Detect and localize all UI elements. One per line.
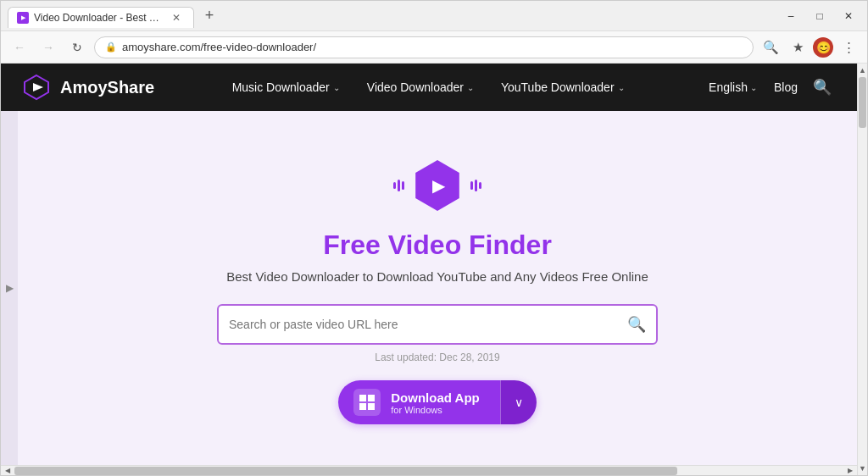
page-body: ▶ [1, 111, 857, 465]
scroll-thumb[interactable] [14, 467, 677, 475]
download-label: Download App [391, 390, 479, 405]
url-text: amoyshare.com/free-video-downloader/ [122, 41, 743, 53]
download-text: Download App for Windows [391, 390, 479, 415]
svg-rect-2 [359, 395, 366, 401]
address-icons: 🔍 ★ ⋮ [759, 36, 860, 59]
nav-music-downloader[interactable]: Music Downloader ⌄ [222, 74, 350, 101]
logo-icon [21, 72, 52, 102]
svg-marker-1 [33, 83, 43, 91]
scroll-thumb-vertical[interactable] [859, 77, 866, 128]
scroll-left-button[interactable]: ◀ [1, 466, 14, 476]
vertical-scrollbar[interactable]: ▲ ▼ [857, 64, 867, 475]
bar4 [470, 181, 473, 190]
hexagon-icon [403, 152, 471, 219]
browser-frame: Video Downloader - Best YouTub... ✕ + – … [0, 0, 868, 476]
tab-title: Video Downloader - Best YouTub... [34, 12, 164, 24]
bar2 [398, 180, 400, 191]
sound-bars-left [393, 180, 404, 191]
hero-section: Free Video Finder Best Video Downloader … [18, 111, 857, 465]
profile-avatar[interactable] [813, 37, 833, 58]
minimize-button[interactable]: – [779, 8, 803, 25]
site-logo[interactable]: AmoyShare [21, 72, 154, 102]
close-window-button[interactable]: ✕ [837, 8, 860, 25]
bookmark-button[interactable]: ★ [786, 36, 810, 59]
address-bar: ← → ↻ 🔒 amoyshare.com/free-video-downloa… [1, 31, 867, 64]
language-selector[interactable]: English ⌄ [702, 75, 764, 99]
chevron-down-icon: ⌄ [467, 83, 474, 92]
scroll-right-button[interactable]: ▶ [843, 466, 857, 476]
chevron-down-icon: ⌄ [618, 83, 625, 92]
nav-search-button[interactable]: 🔍 [808, 73, 837, 102]
play-hexagon [412, 160, 463, 211]
nav-right: English ⌄ Blog 🔍 [702, 73, 837, 102]
bar1 [393, 182, 396, 189]
scroll-down-button[interactable]: ▼ [858, 462, 867, 475]
maximize-button[interactable]: □ [808, 8, 832, 25]
horizontal-scrollbar[interactable]: ◀ ▶ [1, 465, 857, 475]
url-bar[interactable]: 🔒 amoyshare.com/free-video-downloader/ [94, 36, 754, 58]
tab-favicon [17, 12, 29, 24]
scroll-track[interactable] [14, 466, 843, 476]
nav-video-downloader[interactable]: Video Downloader ⌄ [357, 74, 484, 101]
back-button[interactable]: ← [8, 36, 31, 59]
last-updated-text: Last updated: Dec 28, 2019 [375, 351, 499, 363]
scroll-up-button[interactable]: ▲ [858, 64, 867, 77]
download-sub: for Windows [391, 405, 479, 415]
tab-area: Video Downloader - Best YouTub... ✕ + [8, 4, 772, 28]
bar5 [475, 180, 477, 191]
page-content: AmoyShare Music Downloader ⌄ Video Downl… [1, 64, 857, 475]
title-bar: Video Downloader - Best YouTub... ✕ + – … [1, 1, 867, 31]
hero-icon [403, 152, 471, 219]
browser-tab[interactable]: Video Downloader - Best YouTub... ✕ [8, 7, 194, 28]
refresh-button[interactable]: ↻ [65, 36, 89, 59]
search-box[interactable]: 🔍 [217, 304, 658, 345]
chevron-down-icon: ⌄ [333, 83, 340, 92]
sound-bars-right [470, 180, 481, 191]
lock-icon: 🔒 [105, 42, 117, 53]
chevron-down-icon: ⌄ [750, 83, 757, 92]
forward-button[interactable]: → [36, 36, 60, 59]
nav-youtube-downloader[interactable]: YouTube Downloader ⌄ [491, 74, 635, 101]
chevron-down-icon: ∨ [515, 396, 523, 409]
bar6 [479, 182, 481, 189]
download-app-button[interactable]: Download App for Windows [338, 380, 499, 424]
windows-icon [353, 389, 381, 416]
svg-rect-5 [368, 403, 375, 410]
webpage: AmoyShare Music Downloader ⌄ Video Downl… [1, 64, 867, 475]
window-controls: – □ ✕ [779, 8, 860, 25]
sidebar-toggle-button[interactable]: ▶ [1, 111, 18, 465]
new-tab-button[interactable]: + [198, 4, 221, 28]
hero-title: Free Video Finder [323, 230, 552, 261]
menu-button[interactable]: ⋮ [837, 36, 860, 59]
svg-rect-4 [359, 403, 366, 410]
search-input[interactable] [229, 318, 620, 331]
svg-rect-3 [368, 395, 375, 401]
download-button-group: Download App for Windows ∨ [338, 380, 536, 424]
search-icon-button[interactable]: 🔍 [759, 36, 782, 59]
nav-blog[interactable]: Blog [767, 75, 804, 99]
site-navigation: AmoyShare Music Downloader ⌄ Video Downl… [1, 64, 857, 111]
scroll-track-vertical[interactable] [858, 77, 867, 462]
search-button[interactable]: 🔍 [627, 315, 646, 334]
download-dropdown-button[interactable]: ∨ [500, 380, 537, 424]
hero-subtitle: Best Video Downloader to Download YouTub… [226, 269, 648, 284]
logo-text: AmoyShare [60, 78, 154, 97]
nav-links: Music Downloader ⌄ Video Downloader ⌄ Yo… [154, 74, 702, 101]
bar3 [402, 181, 404, 190]
tab-close-button[interactable]: ✕ [170, 11, 183, 25]
